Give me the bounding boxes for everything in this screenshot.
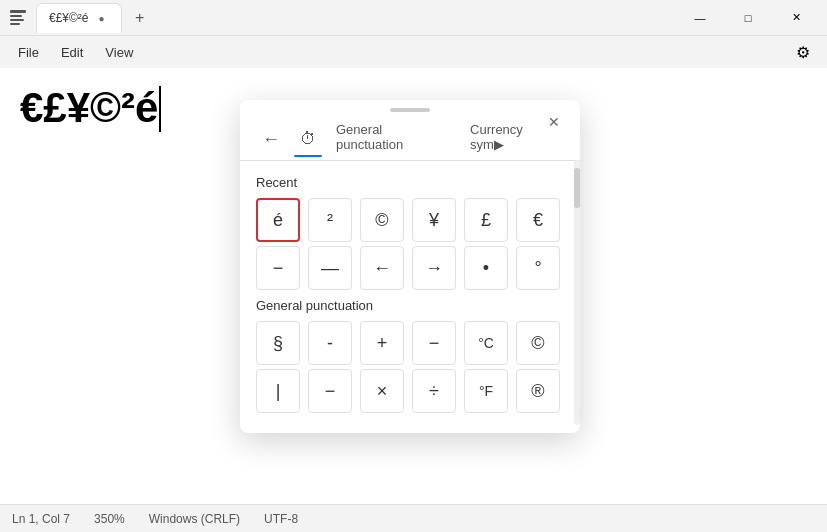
status-position: Ln 1, Col 7 xyxy=(12,512,70,526)
menu-edit[interactable]: Edit xyxy=(51,41,93,64)
char-btn-pound[interactable]: £ xyxy=(464,198,508,242)
editor-content: €£¥©²é xyxy=(20,84,158,131)
char-btn-pipe[interactable]: | xyxy=(256,369,300,413)
char-btn-registered[interactable]: ® xyxy=(516,369,560,413)
section-recent-label: Recent xyxy=(256,175,564,190)
char-btn-minus[interactable]: − xyxy=(256,246,300,290)
panel-tabs: ← ⏱ General punctuation Currency sym▶ xyxy=(240,114,580,161)
tab-title: €£¥©²é xyxy=(49,11,89,25)
panel-back-button[interactable]: ← xyxy=(256,125,286,154)
char-btn-copyright[interactable]: © xyxy=(360,198,404,242)
menubar: File Edit View ⚙ xyxy=(0,36,827,68)
tab-close-btn[interactable]: ● xyxy=(95,11,109,25)
panel-scrollbar-thumb[interactable] xyxy=(574,168,580,208)
panel-history-button[interactable]: ⏱ xyxy=(294,126,322,152)
char-btn-right-arrow[interactable]: → xyxy=(412,246,456,290)
char-btn-e-accent[interactable]: é xyxy=(256,198,300,242)
char-panel: ✕ ← ⏱ General punctuation Currency sym▶ … xyxy=(240,100,580,433)
close-button[interactable]: ✕ xyxy=(773,2,819,34)
titlebar: €£¥©²é ● + — □ ✕ xyxy=(0,0,827,36)
char-btn-yen[interactable]: ¥ xyxy=(412,198,456,242)
text-cursor xyxy=(159,86,161,132)
window-controls: — □ ✕ xyxy=(677,2,819,34)
maximize-button[interactable]: □ xyxy=(725,2,771,34)
status-zoom: 350% xyxy=(94,512,125,526)
panel-scrollbar[interactable] xyxy=(574,160,580,425)
recent-char-grid: é ² © ¥ £ € − — ← → • ° xyxy=(256,198,564,290)
panel-tab-currency[interactable]: Currency sym▶ xyxy=(464,118,564,160)
char-btn-fahrenheit[interactable]: °F xyxy=(464,369,508,413)
statusbar: Ln 1, Col 7 350% Windows (CRLF) UTF-8 xyxy=(0,504,827,532)
svg-rect-3 xyxy=(10,23,20,25)
svg-rect-0 xyxy=(10,10,26,13)
general-char-grid: § - + − °C © | − × ÷ °F ® xyxy=(256,321,564,413)
menu-file[interactable]: File xyxy=(8,41,49,64)
char-btn-plus[interactable]: + xyxy=(360,321,404,365)
svg-rect-2 xyxy=(10,19,24,21)
history-icon: ⏱ xyxy=(300,130,316,147)
panel-drag-handle[interactable] xyxy=(390,108,430,112)
panel-top xyxy=(240,100,580,114)
char-btn-left-arrow[interactable]: ← xyxy=(360,246,404,290)
settings-button[interactable]: ⚙ xyxy=(787,36,819,68)
char-btn-times[interactable]: × xyxy=(360,369,404,413)
char-btn-minus3[interactable]: − xyxy=(308,369,352,413)
svg-rect-1 xyxy=(10,15,22,17)
char-btn-copyright2[interactable]: © xyxy=(516,321,560,365)
tab-bar: €£¥©²é ● + xyxy=(36,3,677,33)
char-btn-section[interactable]: § xyxy=(256,321,300,365)
char-btn-bullet[interactable]: • xyxy=(464,246,508,290)
char-btn-em-dash[interactable]: — xyxy=(308,246,352,290)
menu-view[interactable]: View xyxy=(95,41,143,64)
panel-content: Recent é ² © ¥ £ € − — ← → • ° General p… xyxy=(240,161,580,421)
status-line-ending: Windows (CRLF) xyxy=(149,512,240,526)
section-general-label: General punctuation xyxy=(256,298,564,313)
char-btn-superscript-2[interactable]: ² xyxy=(308,198,352,242)
char-btn-euro[interactable]: € xyxy=(516,198,560,242)
app-icon xyxy=(8,8,28,28)
char-btn-celsius[interactable]: °C xyxy=(464,321,508,365)
char-btn-divide[interactable]: ÷ xyxy=(412,369,456,413)
char-btn-degree[interactable]: ° xyxy=(516,246,560,290)
char-btn-hyphen[interactable]: - xyxy=(308,321,352,365)
panel-tab-general[interactable]: General punctuation xyxy=(330,118,456,160)
active-tab[interactable]: €£¥©²é ● xyxy=(36,3,122,33)
status-encoding: UTF-8 xyxy=(264,512,298,526)
char-btn-minus2[interactable]: − xyxy=(412,321,456,365)
minimize-button[interactable]: — xyxy=(677,2,723,34)
new-tab-button[interactable]: + xyxy=(126,4,154,32)
